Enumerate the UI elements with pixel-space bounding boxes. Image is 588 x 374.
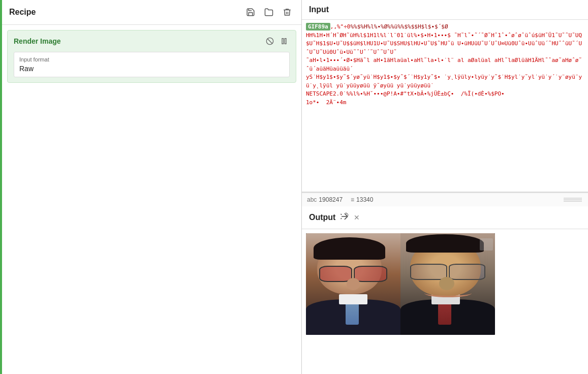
left-panel: Recipe xyxy=(2,0,302,374)
svg-line-8 xyxy=(341,214,342,215)
input-title: Input xyxy=(309,5,329,14)
byte-count-value: 1908247 xyxy=(319,196,343,203)
clear-output-icon[interactable]: ✕ xyxy=(354,213,360,222)
render-image-block: Render Image Input format Raw xyxy=(7,30,296,83)
open-folder-button[interactable] xyxy=(262,5,276,19)
svg-rect-3 xyxy=(285,39,286,44)
output-image-container xyxy=(302,229,588,374)
right-panel: Input GIF89a,,%"÷0%%$%H%l%•%Ø%%ü%%$%$$H$… xyxy=(302,0,588,374)
line-count-stat: ≡ 13340 xyxy=(351,196,373,203)
wand-icon[interactable] xyxy=(339,211,350,224)
render-image-controls xyxy=(264,36,290,47)
recipe-icons xyxy=(243,5,294,19)
svg-line-1 xyxy=(267,39,272,43)
svg-line-9 xyxy=(341,218,342,219)
pause-button[interactable] xyxy=(278,36,290,47)
recipe-header: Recipe xyxy=(2,0,301,25)
recipe-title: Recipe xyxy=(9,8,36,17)
delete-button[interactable] xyxy=(280,5,294,19)
render-image-title: Render Image xyxy=(14,37,61,45)
resize-handle-icon[interactable] xyxy=(563,197,583,203)
input-content[interactable]: GIF89a,,%"÷0%%$%H%l%•%Ø%%ü%%$%$$H$l$•$´$… xyxy=(302,20,588,193)
output-title: Output xyxy=(309,213,335,222)
abc-icon: abc xyxy=(307,196,317,203)
input-format-value: Raw xyxy=(19,65,284,73)
input-format-section: Input format Raw xyxy=(14,52,290,77)
binary-text: ,,%"÷0%%$%H%l%•%Ø%%ü%%$%$$H$l$•$´$Ø HH%1… xyxy=(306,23,582,106)
gif89a-badge: GIF89a xyxy=(306,23,330,30)
output-image xyxy=(306,233,495,335)
input-format-label: Input format xyxy=(19,56,284,63)
byte-count-stat: abc 1908247 xyxy=(307,196,343,203)
output-section: Output ✕ xyxy=(302,206,588,374)
output-header: Output ✕ xyxy=(302,206,588,229)
render-image-header: Render Image xyxy=(14,36,290,47)
save-button[interactable] xyxy=(243,5,258,19)
svg-rect-2 xyxy=(282,39,284,44)
input-section-header: Input xyxy=(302,0,588,20)
stop-button[interactable] xyxy=(264,36,275,47)
input-stats-bar: abc 1908247 ≡ 13340 xyxy=(302,193,588,206)
lines-icon: ≡ xyxy=(351,196,354,203)
line-count-value: 13340 xyxy=(356,196,373,203)
